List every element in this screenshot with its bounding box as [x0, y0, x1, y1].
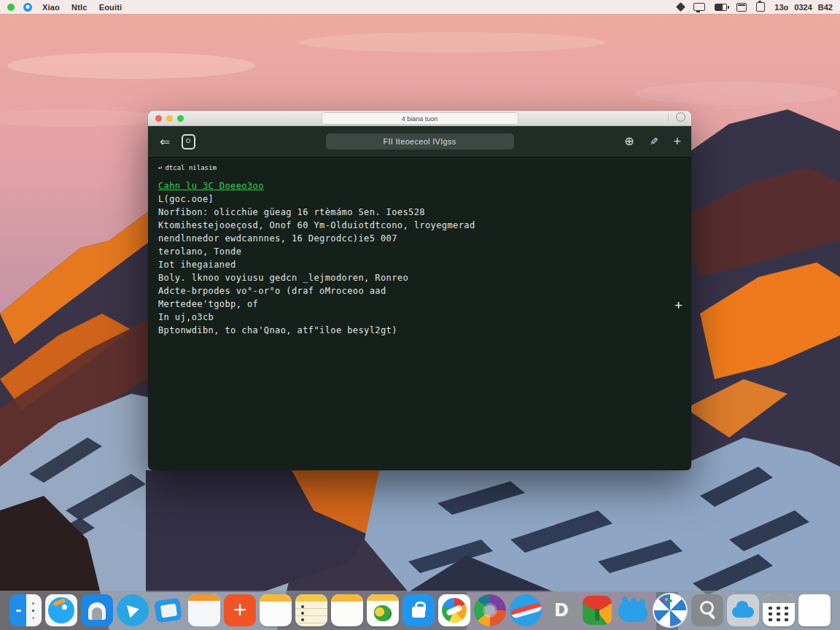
window-title: 4 biana tuon — [402, 115, 438, 122]
message-line: Ktomihestejooeçosd, Onof 60 Ym-Olduiotdt… — [158, 219, 681, 232]
clock-segment-2: B42 — [818, 3, 833, 12]
dock-icon-reminders[interactable] — [295, 594, 327, 626]
content-header: ↩ dtcal nilasim — [158, 164, 681, 171]
dock-icon-media-player[interactable] — [438, 594, 470, 626]
dock-icon-safari[interactable] — [45, 594, 77, 626]
title-bar[interactable]: 4 biana tuon — [148, 111, 691, 126]
titlebar-divider — [668, 114, 669, 121]
apple-logo-icon[interactable] — [7, 4, 15, 11]
dock-icon-stickies[interactable] — [331, 594, 363, 626]
dock-icon-developer[interactable] — [545, 594, 578, 626]
dock-icon-compass[interactable] — [653, 593, 688, 628]
app-menu-icon[interactable] — [23, 3, 32, 12]
target-icon[interactable]: ⊕ — [624, 136, 634, 147]
dock-icon-telegram[interactable] — [117, 594, 149, 626]
message-line: Bptonwdibn, to cha'Qnao, atf"iloe besyl2… — [158, 324, 681, 337]
dock-icon-keychain[interactable] — [691, 594, 723, 626]
dock — [0, 591, 840, 630]
add-icon[interactable]: + — [673, 135, 681, 148]
dock-icon-mail[interactable] — [81, 594, 113, 626]
dock-icon-finder[interactable] — [9, 594, 42, 626]
message-line: Mertedee'tgobp, of — [158, 298, 681, 311]
dock-icon-app-store[interactable] — [402, 594, 435, 626]
dock-icon-photo-tree[interactable] — [581, 594, 613, 626]
window-icon[interactable] — [736, 3, 747, 12]
app-window: 4 biana tuon ⇐ FII Iteoeceol IVIgss ⊕ ✎ … — [148, 111, 691, 470]
dock-icon-browser-window[interactable] — [188, 594, 220, 626]
content-header-label: dtcal nilasim — [165, 164, 216, 171]
dock-icon-cloud-drive[interactable] — [727, 594, 759, 626]
dock-icon-files[interactable] — [152, 594, 184, 626]
message-line: Boly. lknoo voyiusu gedcn _lejmodoren, R… — [158, 271, 681, 284]
battery-icon[interactable] — [715, 4, 727, 11]
dock-icon-notes[interactable] — [260, 594, 292, 626]
message-line: Adcte-brpodes vo°-or°o (draf oMroceoo aa… — [158, 284, 681, 298]
search-field[interactable]: FII Iteoeceol IVIgss — [326, 133, 514, 149]
menu-item-2[interactable]: Eouiti — [99, 3, 122, 12]
menu-item-0[interactable]: Xiao — [42, 3, 60, 12]
dock-icon-deliveries[interactable] — [617, 594, 649, 626]
back-icon[interactable]: ⇐ — [160, 136, 170, 148]
dock-icon-photos[interactable] — [510, 594, 542, 626]
message-line: terolano, Tonde — [158, 245, 681, 258]
clipboard-icon[interactable] — [756, 2, 765, 12]
titlebar-circle-icon[interactable] — [676, 112, 685, 122]
menu-item-1[interactable]: Ntlc — [71, 3, 88, 12]
message-line: Norfibon: olicchüe güeag 16 rtèmámo Sen.… — [158, 206, 681, 219]
compose-icon[interactable]: ✎ — [650, 136, 658, 147]
search-label: FII Iteoeceol IVIgss — [383, 137, 456, 146]
floating-plus-icon[interactable]: + — [674, 298, 682, 314]
message-content: ↩ dtcal nilasim Cahn lu 3C Doeeo3oo L(go… — [148, 158, 691, 470]
dock-icon-color-wheel[interactable] — [474, 594, 506, 626]
dock-icon-calculator[interactable] — [763, 594, 795, 626]
dock-icon-new-note[interactable] — [224, 594, 256, 626]
window-title-tab[interactable]: 4 biana tuon — [322, 112, 518, 125]
display-icon[interactable] — [693, 3, 705, 11]
zoom-button[interactable] — [177, 115, 184, 122]
clock-segment-1: 0324 — [794, 3, 812, 12]
clock-segment-0: 13o — [774, 3, 788, 12]
message-line: nendlnnedor ewdcannnes, 16 Degrodcc)ie5 … — [158, 232, 681, 245]
window-toolbar: ⇐ FII Iteoeceol IVIgss ⊕ ✎ + — [148, 126, 691, 158]
diamond-icon[interactable] — [676, 2, 685, 12]
reply-arrow-icon: ↩ — [158, 164, 162, 171]
shield-icon[interactable] — [182, 134, 195, 149]
message-link[interactable]: Cahn lu 3C Doeeo3oo — [158, 179, 264, 192]
dock-icon-text-document[interactable] — [798, 594, 831, 626]
message-line: L(goc.ooe] — [158, 192, 681, 206]
message-line: In uj,o3cb — [158, 311, 681, 324]
message-line: Iot ihegaianed — [158, 258, 681, 271]
minimize-button[interactable] — [166, 115, 173, 122]
menu-bar-clock[interactable]: 13o 0324 B42 — [774, 3, 833, 12]
close-button[interactable] — [155, 115, 162, 122]
menu-bar: Xiao Ntlc Eouiti 13o 0324 B42 — [0, 0, 840, 14]
dock-icon-maps[interactable] — [367, 594, 399, 626]
